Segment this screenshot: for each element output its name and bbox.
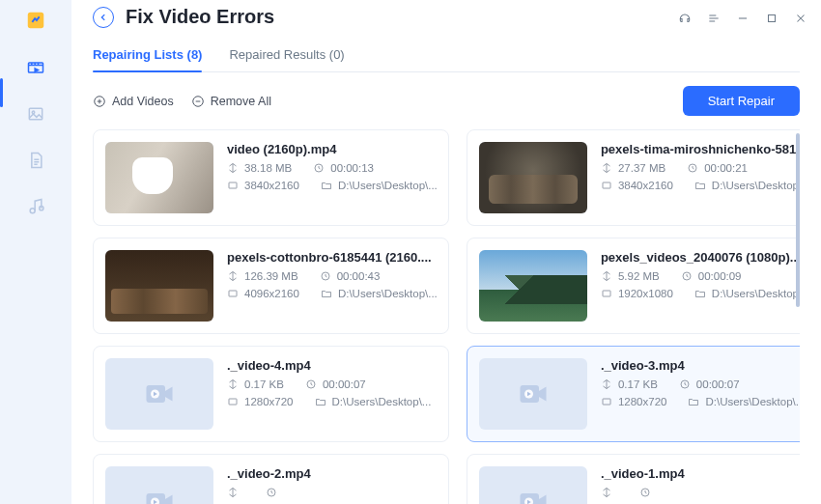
svg-rect-12 bbox=[603, 182, 610, 188]
video-size: 5.92 MB bbox=[601, 270, 660, 282]
video-card[interactable]: pexels-cottonbro-6185441 (2160....126.39… bbox=[93, 238, 449, 334]
video-meta: pexels-cottonbro-6185441 (2160....126.39… bbox=[227, 250, 437, 299]
main-content: Fix Video Errors Repairing Lists (8) Rep… bbox=[71, 0, 821, 504]
video-card[interactable]: pexels_videos_2040076 (1080p)....5.92 MB… bbox=[467, 238, 800, 334]
tab-count: 0 bbox=[333, 47, 340, 62]
toolbar: Add Videos Remove All Start Repair bbox=[93, 86, 800, 116]
video-size: 38.18 MB bbox=[227, 162, 292, 174]
sidebar-item-video[interactable] bbox=[26, 58, 45, 77]
svg-rect-16 bbox=[603, 291, 610, 296]
video-size: 0.17 KB bbox=[601, 378, 658, 390]
video-filename: ._video-2.mp4 bbox=[227, 466, 437, 481]
maximize-icon[interactable] bbox=[765, 12, 779, 25]
page-title: Fix Video Errors bbox=[126, 6, 274, 28]
video-thumbnail bbox=[479, 250, 587, 322]
video-meta: ._video-4.mp40.17 KB00:00:071280x720D:\U… bbox=[227, 358, 437, 407]
support-icon[interactable] bbox=[678, 12, 692, 25]
video-thumbnail bbox=[105, 466, 213, 504]
video-duration: 00:00:13 bbox=[313, 162, 374, 174]
video-filename: pexels_videos_2040076 (1080p).... bbox=[601, 250, 800, 265]
video-meta: ._video-1.mp4 bbox=[601, 466, 800, 504]
video-meta: video (2160p).mp438.18 MB00:00:133840x21… bbox=[227, 142, 437, 191]
video-filename: ._video-3.mp4 bbox=[601, 358, 800, 373]
video-card[interactable]: ._video-4.mp40.17 KB00:00:071280x720D:\U… bbox=[93, 346, 449, 442]
video-meta: pexels-tima-miroshnichenko-581....27.37 … bbox=[601, 142, 800, 191]
video-filename: pexels-cottonbro-6185441 (2160.... bbox=[227, 250, 437, 265]
video-duration bbox=[266, 487, 283, 498]
video-resolution: 1920x1080 bbox=[601, 288, 673, 299]
svg-rect-10 bbox=[229, 182, 237, 188]
video-thumbnail bbox=[479, 142, 587, 213]
sidebar-active-indicator bbox=[0, 78, 3, 107]
video-path: D:\Users\Desktop\... bbox=[321, 180, 437, 191]
video-filename: video (2160p).mp4 bbox=[227, 142, 437, 156]
svg-rect-14 bbox=[229, 291, 237, 296]
titlebar bbox=[665, 0, 821, 37]
video-resolution: 4096x2160 bbox=[227, 288, 299, 299]
start-repair-button[interactable]: Start Repair bbox=[683, 86, 800, 116]
sidebar-item-file[interactable] bbox=[26, 151, 45, 170]
svg-rect-0 bbox=[769, 15, 776, 22]
sidebar-item-photo[interactable] bbox=[26, 104, 45, 124]
add-videos-button[interactable]: Add Videos bbox=[93, 95, 174, 108]
video-size: 27.37 MB bbox=[601, 162, 665, 174]
video-card[interactable]: video (2160p).mp438.18 MB00:00:133840x21… bbox=[93, 129, 449, 226]
tab-results[interactable]: Repaired Results (0) bbox=[229, 47, 344, 71]
video-card[interactable]: ._video-3.mp40.17 KB00:00:071280x720D:\U… bbox=[467, 346, 800, 442]
video-size: 126.39 MB bbox=[227, 270, 298, 282]
video-thumbnail bbox=[479, 358, 587, 430]
video-resolution: 3840x2160 bbox=[601, 180, 673, 191]
remove-all-label: Remove All bbox=[211, 95, 271, 108]
video-filename: pexels-tima-miroshnichenko-581.... bbox=[601, 142, 800, 156]
scrollbar[interactable] bbox=[796, 133, 800, 307]
menu-icon[interactable] bbox=[707, 12, 721, 25]
video-duration: 00:00:43 bbox=[320, 270, 381, 282]
video-duration: 00:00:07 bbox=[679, 378, 740, 390]
video-meta: ._video-3.mp40.17 KB00:00:071280x720D:\U… bbox=[601, 358, 800, 407]
video-resolution: 1280x720 bbox=[601, 396, 667, 407]
video-card[interactable]: ._video-1.mp4 bbox=[467, 454, 800, 504]
video-meta: ._video-2.mp4 bbox=[227, 466, 437, 504]
video-card[interactable]: ._video-2.mp4 bbox=[93, 454, 449, 504]
video-duration: 00:00:07 bbox=[305, 378, 366, 390]
tab-count: 8 bbox=[191, 47, 198, 62]
video-path: D:\Users\Desktop\... bbox=[315, 396, 431, 407]
remove-all-button[interactable]: Remove All bbox=[191, 95, 271, 108]
sidebar bbox=[0, 0, 71, 504]
plus-circle-icon bbox=[93, 95, 106, 108]
video-size: 0.17 KB bbox=[227, 378, 284, 390]
video-filename: ._video-4.mp4 bbox=[227, 358, 437, 373]
tab-label: Repairing Lists bbox=[93, 47, 184, 62]
video-duration: 00:00:09 bbox=[681, 270, 742, 282]
video-path: D:\Users\Desktop\... bbox=[688, 396, 800, 407]
tab-label: Repaired Results bbox=[229, 47, 326, 62]
minus-circle-icon bbox=[191, 95, 205, 108]
video-path: D:\Users\Desktop\... bbox=[694, 288, 800, 299]
svg-rect-3 bbox=[29, 108, 42, 120]
video-size bbox=[227, 487, 244, 498]
minimize-icon[interactable] bbox=[736, 12, 750, 25]
svg-rect-24 bbox=[603, 399, 610, 405]
video-duration: 00:00:21 bbox=[687, 162, 748, 174]
video-path: D:\Users\Desktop\... bbox=[321, 288, 437, 299]
video-path: D:\Users\Desktop\... bbox=[694, 180, 800, 191]
video-card[interactable]: pexels-tima-miroshnichenko-581....27.37 … bbox=[467, 129, 800, 226]
video-resolution: 1280x720 bbox=[227, 396, 294, 407]
video-thumbnail bbox=[105, 250, 213, 322]
add-videos-label: Add Videos bbox=[112, 95, 174, 108]
sidebar-item-audio[interactable] bbox=[26, 197, 45, 216]
video-size bbox=[601, 487, 618, 498]
video-resolution: 3840x2160 bbox=[227, 180, 299, 191]
tab-repairing[interactable]: Repairing Lists (8) bbox=[93, 47, 202, 71]
video-thumbnail bbox=[105, 358, 213, 430]
tabs: Repairing Lists (8) Repaired Results (0) bbox=[93, 47, 800, 72]
close-icon[interactable] bbox=[794, 12, 807, 25]
video-thumbnail bbox=[479, 466, 587, 504]
video-meta: pexels_videos_2040076 (1080p)....5.92 MB… bbox=[601, 250, 800, 299]
app-logo-icon bbox=[25, 10, 46, 31]
video-filename: ._video-1.mp4 bbox=[601, 466, 800, 481]
back-button[interactable] bbox=[93, 7, 114, 28]
svg-rect-20 bbox=[229, 399, 237, 405]
video-duration bbox=[639, 487, 657, 498]
video-grid: video (2160p).mp438.18 MB00:00:133840x21… bbox=[93, 129, 800, 504]
